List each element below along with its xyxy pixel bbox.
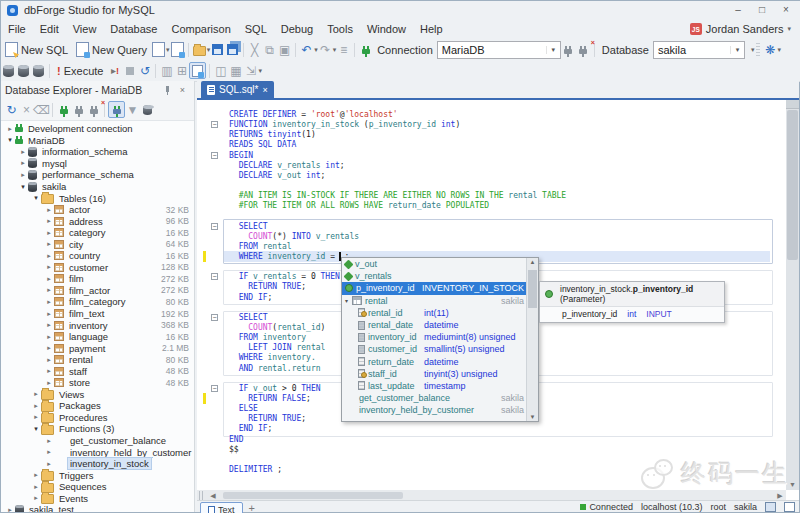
expander-icon[interactable]: ▸ — [44, 263, 54, 271]
minimize-button[interactable]: – — [727, 3, 749, 17]
tree-item-sakila_test[interactable]: ▸sakila_test — [1, 504, 194, 512]
connection-combobox[interactable]: MariaDB▾ — [437, 41, 561, 59]
menu-tools[interactable]: Tools — [320, 21, 360, 37]
tab-sql-document[interactable]: SQL.sql* × — [201, 81, 274, 98]
fold-marker[interactable]: − — [211, 385, 218, 392]
cut-button[interactable]: ╳ — [247, 42, 262, 57]
fold-marker[interactable]: − — [211, 152, 218, 159]
expander-icon[interactable]: ▸ — [44, 379, 54, 387]
paste-button[interactable]: ▣ — [277, 42, 292, 57]
menu-file[interactable]: File — [1, 21, 33, 37]
expander-icon[interactable]: ▸ — [44, 367, 54, 375]
suggestion-v_rentals[interactable]: v_rentals — [342, 270, 538, 282]
tree-item-functions-3-[interactable]: ▾Functions (3) — [1, 423, 194, 435]
menu-view[interactable]: View — [66, 21, 104, 37]
tree-item-store[interactable]: ▸store48 KB — [1, 377, 194, 389]
popup-scrollbar[interactable]: ▲ ▼ — [526, 258, 538, 421]
tree-item-film_category[interactable]: ▸film_category80 KB — [1, 296, 194, 308]
scroll-thumb[interactable] — [223, 492, 403, 499]
query-history-icon[interactable]: ↺ — [137, 63, 152, 78]
erase-icon[interactable]: ⌫ — [34, 102, 49, 117]
popup-scroll-up[interactable]: ▲ — [527, 259, 538, 265]
plan-icon[interactable]: ⊞ — [174, 63, 189, 78]
new-connection-icon[interactable] — [56, 102, 71, 117]
save-all-button[interactable] — [225, 42, 240, 57]
copy-button[interactable]: ⧉ — [262, 42, 277, 57]
export-icon[interactable]: ⇲ — [243, 63, 258, 78]
execute-button[interactable]: ! Execute — [53, 64, 107, 78]
redo-button[interactable]: ↷ — [318, 42, 333, 57]
user-account[interactable]: JS Jordan Sanders ▾ — [690, 23, 800, 35]
expander-icon[interactable]: ▸ — [44, 356, 54, 364]
fold-marker[interactable]: − — [211, 273, 218, 280]
expander-icon[interactable]: ▸ — [31, 390, 41, 398]
tab-text-view[interactable]: Text — [200, 502, 243, 513]
open-file-button[interactable] — [192, 42, 207, 57]
popup-scroll-thumb[interactable] — [528, 270, 537, 308]
tree-item-city[interactable]: ▸city64 KB — [1, 238, 194, 250]
maximize-button[interactable]: □ — [751, 3, 773, 17]
suggestion-v_out[interactable]: v_out — [342, 258, 538, 270]
tree-item-tables-16-[interactable]: ▾Tables (16) — [1, 192, 194, 204]
expander-icon[interactable]: ▸ — [44, 437, 54, 445]
expander-icon[interactable]: ▾ — [345, 297, 352, 304]
suggestion-rental_date[interactable]: rental_datedatetime — [342, 319, 538, 331]
autocomplete-list[interactable]: v_outv_rentalsp_inventory_idINVENTORY_IN… — [342, 258, 538, 416]
suggestion-rental_id[interactable]: rental_idint(11) — [342, 307, 538, 319]
tree-item-inventory_in_stock[interactable]: ▸inventory_in_stock — [1, 458, 194, 470]
tree-item-address[interactable]: ▸address96 KB — [1, 215, 194, 227]
tree-item-views[interactable]: ▸Views — [1, 389, 194, 401]
database-edit-icon[interactable] — [16, 63, 31, 78]
split-layout-icon[interactable]: ◫ — [213, 63, 228, 78]
expander-icon[interactable]: ▸ — [44, 298, 54, 306]
save-button[interactable] — [210, 42, 225, 57]
suggestion-customer_id[interactable]: customer_idsmallint(5) unsigned — [342, 343, 538, 355]
tree-item-performance_schema[interactable]: ▸performance_schema — [1, 169, 194, 181]
tree-item-actor[interactable]: ▸actor32 KB — [1, 204, 194, 216]
popup-scroll-down[interactable]: ▼ — [527, 414, 538, 420]
expander-icon[interactable]: ▸ — [18, 159, 28, 167]
expander-icon[interactable]: ▸ — [18, 148, 28, 156]
filter-icon[interactable]: ▼ — [125, 102, 140, 117]
menu-window[interactable]: Window — [360, 21, 413, 37]
close-button[interactable]: × — [775, 3, 797, 17]
execute-to-cursor-button[interactable]: ▸! — [107, 63, 122, 78]
tree-item-inventory_held_by_customer[interactable]: ▸inventory_held_by_customer — [1, 446, 194, 458]
expander-icon[interactable]: ▸ — [44, 333, 54, 341]
expander-icon[interactable]: ▸ — [5, 506, 15, 512]
disconnect-plug-icon[interactable]: × — [86, 102, 101, 117]
pin-icon[interactable] — [160, 83, 175, 98]
sync-object-icon[interactable] — [140, 102, 155, 117]
expander-icon[interactable]: ▾ — [5, 136, 15, 144]
suggestion-rental[interactable]: ▾rentalsakila — [342, 295, 538, 307]
expander-icon[interactable]: ▸ — [44, 217, 54, 225]
expander-icon[interactable]: ▸ — [44, 206, 54, 214]
suggestion-inventory_id[interactable]: inventory_idmediumint(8) unsigned — [342, 331, 538, 343]
toolbar2-overflow[interactable]: ▾ — [258, 67, 262, 75]
results-layout-toggle[interactable] — [189, 62, 206, 79]
tree-item-inventory[interactable]: ▸inventory368 KB — [1, 319, 194, 331]
tree-item-development-connection[interactable]: ▸Development connection — [1, 123, 194, 135]
layout-window-icon-2[interactable] — [784, 502, 795, 512]
tree-item-payment[interactable]: ▸payment2.1 MB — [1, 342, 194, 354]
connect-plug-icon[interactable] — [71, 102, 86, 117]
expander-icon[interactable]: ▸ — [44, 252, 54, 260]
database-combobox[interactable]: sakila▾ — [653, 41, 745, 59]
disconnect-icon[interactable]: × — [576, 42, 591, 57]
tree-item-customer[interactable]: ▸customer128 KB — [1, 262, 194, 274]
database-overflow[interactable]: ▾ — [751, 46, 755, 54]
tree-item-category[interactable]: ▸category16 KB — [1, 227, 194, 239]
refresh-icon[interactable]: ↻ — [4, 102, 19, 117]
expander-icon[interactable]: ▸ — [18, 171, 28, 179]
toolbar-overflow-icon[interactable]: ≡ — [336, 42, 351, 57]
tab-close-icon[interactable]: × — [262, 85, 267, 95]
expander-icon[interactable]: ▾ — [31, 194, 41, 202]
suggestion-return_date[interactable]: return_datedatetime — [342, 356, 538, 368]
expander-icon[interactable]: ▸ — [44, 310, 54, 318]
refresh-database-icon[interactable]: ❋ — [762, 42, 777, 57]
tree-item-country[interactable]: ▸country16 KB — [1, 250, 194, 262]
new-query-button[interactable]: New Query — [72, 41, 151, 58]
tree-item-mysql[interactable]: ▸mysql — [1, 158, 194, 170]
expander-icon[interactable]: ▸ — [44, 229, 54, 237]
right-overflow[interactable]: ▾ — [777, 46, 781, 54]
